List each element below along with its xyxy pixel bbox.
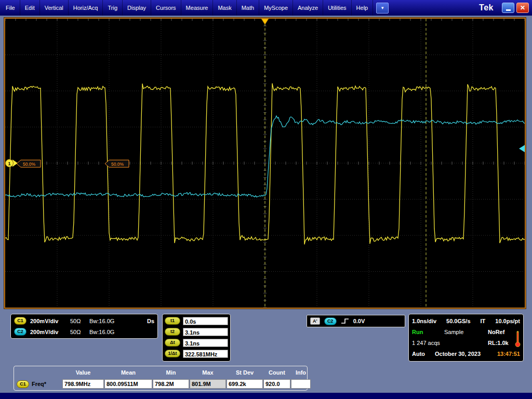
header-max: Max [190, 369, 226, 376]
cursor-inv-delta-t-value: 322.581MHz [183, 350, 228, 358]
bottom-strip [0, 393, 532, 399]
minimize-icon [506, 9, 511, 11]
flag-label: 50.0% [111, 162, 124, 167]
cursor-t1-badge: t1 [165, 317, 180, 325]
trigger-seq-badge: A' [310, 317, 320, 325]
waveform-display[interactable]: 150.0%50.0% [5, 19, 525, 308]
cursor-readout-panel: t1 0.0s t2 3.1ns Δt 3.1ns 1/Δt 322.581MH… [162, 314, 231, 362]
run-status: Run [412, 329, 444, 335]
ch2-badge[interactable]: C2 [14, 328, 26, 336]
thermometer-icon [514, 330, 521, 348]
tek-logo: Tek [479, 3, 494, 12]
ch1-marker-label: 1 [8, 161, 10, 166]
measurement-info-cell [291, 379, 311, 389]
channel-readout-panel: C1 200mV/div 50Ω Bw:16.0G Ds C2 200mV/di… [10, 314, 158, 339]
datetime-row: Auto October 30, 2023 13:47:51 [412, 348, 520, 359]
chevron-down-icon: ▼ [380, 6, 384, 10]
timebase-row: 1.0ns/div 50.0GS/s IT 10.0ps/pt [412, 315, 520, 326]
measurement-name: Freq* [32, 380, 46, 389]
cursor-t2-value: 3.1ns [183, 328, 228, 336]
header-stdev: St Dev [227, 369, 263, 376]
cursor-inv-delta-t-badge: 1/Δt [165, 350, 180, 357]
oscilloscope-app: File Edit Vertical Horiz/Acq Trig Displa… [0, 0, 532, 399]
measurement-row[interactable]: C1 Freq* 798.9MHz 800.09511M 798.2M 801.… [15, 378, 306, 390]
flag-label: 50.0% [23, 162, 36, 167]
menu-item-vertical[interactable]: Vertical [40, 0, 69, 16]
trigger-position-marker[interactable] [261, 19, 269, 24]
header-info: Info [291, 369, 311, 376]
ch2-readout-row: C2 200mV/div 50Ω Bw:16.0G [14, 326, 154, 337]
horizontal-readout-panel: 1.0ns/div 50.0GS/s IT 10.0ps/pt Run Samp… [408, 314, 524, 362]
menu-item-measure[interactable]: Measure [181, 0, 214, 16]
cursor-delta-t-row: Δt 3.1ns [165, 337, 228, 348]
menu-bar: File Edit Vertical Horiz/Acq Trig Displa… [0, 0, 532, 16]
menu-item-utilities[interactable]: Utilities [323, 0, 351, 16]
ch1-scale: 200mV/div [30, 318, 66, 324]
menu-item-trig[interactable]: Trig [103, 0, 123, 16]
measurement-value-cell: 798.9MHz [62, 379, 104, 389]
ch2-scale: 200mV/div [30, 329, 66, 335]
cursor-t1-row: t1 0.0s [165, 315, 228, 326]
trigger-readout-panel: A' C2 0.0V [307, 315, 405, 327]
menu-item-file[interactable]: File [1, 0, 20, 16]
rising-edge-icon [341, 317, 349, 325]
ch2-impedance: 50Ω [70, 329, 86, 335]
acq-state-row: Run Sample NoRef [412, 326, 520, 337]
interp-mode: IT [481, 318, 486, 324]
ref-status: NoRef [488, 329, 504, 335]
measurement-count-cell: 920.0 [263, 379, 290, 389]
measurement-source-badge: C1 [17, 380, 29, 388]
menu-item-analyze[interactable]: Analyze [293, 0, 323, 16]
menu-item-edit[interactable]: Edit [20, 0, 40, 16]
header-min: Min [153, 369, 189, 376]
cursor-delta-t-badge: Δt [165, 339, 180, 347]
measurement-stdev-cell: 699.2k [227, 379, 263, 389]
acq-count: 1 247 acqs [412, 340, 488, 346]
measurement-min-cell: 798.2M [153, 379, 189, 389]
timebase-value: 1.0ns/div [412, 318, 436, 324]
acq-mode: Sample [444, 329, 488, 335]
cursor-t2-badge: t2 [165, 328, 180, 336]
ch1-bandwidth: Bw:16.0G [89, 318, 122, 324]
header-mean: Mean [104, 369, 152, 376]
cursor-t2-row: t2 3.1ns [165, 326, 228, 337]
measurement-max-cell: 801.9M [190, 379, 226, 389]
resolution-value: 10.0ps/pt [495, 318, 520, 324]
ch1-dsp-indicator: Ds [147, 318, 154, 324]
cursor-t1-value: 0.0s [183, 317, 228, 325]
menu-item-mask[interactable]: Mask [213, 0, 236, 16]
trigger-level-value: 0.0V [353, 318, 365, 324]
ch1-impedance: 50Ω [70, 318, 86, 324]
ch2-position-marker[interactable] [519, 145, 525, 152]
ch2-bandwidth: Bw:16.0G [89, 329, 122, 335]
close-icon: ✕ [520, 4, 525, 11]
trigger-source-badge[interactable]: C2 [324, 317, 337, 325]
header-count: Count [263, 369, 290, 376]
menu-item-display[interactable]: Display [123, 0, 151, 16]
measurement-table: Value Mean Min Max St Dev Count Info C1 … [14, 366, 308, 391]
minimize-button[interactable] [502, 3, 514, 13]
menu-item-cursors[interactable]: Cursors [151, 0, 181, 16]
waveform-frame: 150.0%50.0% [4, 18, 526, 309]
menu-item-horiz-acq[interactable]: Horiz/Acq [69, 0, 103, 16]
cursor-inv-delta-t-row: 1/Δt 322.581MHz [165, 348, 228, 359]
menu-item-math[interactable]: Math [237, 0, 259, 16]
date-value: October 30, 2023 [435, 351, 497, 357]
header-value: Value [62, 369, 104, 376]
trigger-mode: Auto [412, 351, 435, 357]
measurement-name-cell: C1 Freq* [15, 379, 62, 389]
ch1-badge[interactable]: C1 [14, 317, 26, 325]
record-length: RL:1.0k [488, 340, 509, 346]
acq-count-row: 1 247 acqs RL:1.0k [412, 337, 520, 348]
menu-item-myscope[interactable]: MyScope [259, 0, 293, 16]
time-value: 13:47:51 [497, 351, 520, 357]
close-button[interactable]: ✕ [516, 3, 529, 13]
measurement-header-row: Value Mean Min Max St Dev Count Info [15, 367, 306, 378]
ch1-readout-row: C1 200mV/div 50Ω Bw:16.0G Ds [14, 315, 154, 326]
cursor-delta-t-value: 3.1ns [183, 339, 228, 347]
menu-item-help[interactable]: Help [352, 0, 374, 16]
measurement-mean-cell: 800.09511M [104, 379, 152, 389]
menu-overflow-button[interactable]: ▼ [376, 3, 389, 14]
sample-rate-value: 50.0GS/s [446, 318, 470, 324]
